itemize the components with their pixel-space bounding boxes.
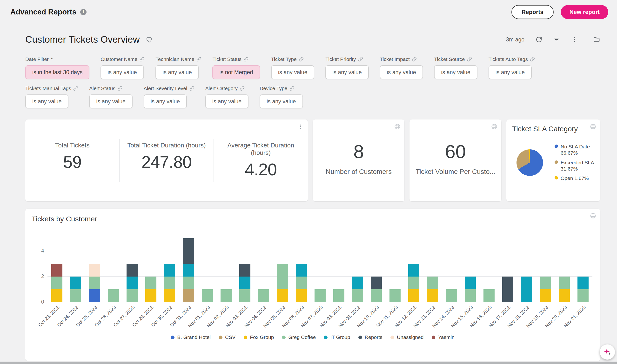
filter-chip-alert-status[interactable]: is any value: [89, 94, 132, 108]
bar-oct-23-2023[interactable]: [48, 233, 66, 302]
bar-nov-04-2023[interactable]: [254, 233, 273, 302]
bar-oct-31-2023[interactable]: [179, 233, 198, 302]
bar-segment-it-group[interactable]: [521, 276, 532, 302]
legend-item-b-grand-hotel[interactable]: B. Grand Hotel: [171, 334, 211, 340]
ai-copilot-button[interactable]: [600, 344, 615, 360]
bar-segment-it-group[interactable]: [70, 276, 81, 289]
bar-segment-greg-coffee[interactable]: [465, 289, 476, 302]
bar-oct-25-2023[interactable]: [85, 233, 104, 302]
bar-oct-27-2023[interactable]: [123, 233, 142, 302]
bar-nov-20-2023[interactable]: [555, 233, 574, 302]
legend-item-unassigned[interactable]: Unassigned: [391, 334, 423, 340]
bar-nov-15-2023[interactable]: [461, 233, 480, 302]
stacked-bar[interactable]: [408, 264, 419, 302]
sla-legend-item-open[interactable]: Open 1.67%: [555, 175, 595, 182]
bar-segment-it-group[interactable]: [465, 276, 476, 289]
bar-nov-16-2023[interactable]: [480, 233, 499, 302]
bar-segment-it-group[interactable]: [408, 264, 419, 276]
bar-oct-24-2023[interactable]: [66, 233, 85, 302]
sla-legend-item-no-sla-date[interactable]: No SLA Date 66.67%: [555, 143, 595, 156]
stacked-bar[interactable]: [465, 276, 476, 302]
bar-segment-it-group[interactable]: [183, 264, 194, 276]
bar-oct-26-2023[interactable]: [104, 233, 123, 302]
legend-item-fox-group[interactable]: Fox Group: [244, 334, 274, 340]
kebab-menu-icon[interactable]: [298, 124, 303, 130]
bar-segment-greg-coffee[interactable]: [559, 276, 570, 289]
bar-segment-greg-coffee[interactable]: [164, 276, 175, 289]
bar-segment-greg-coffee[interactable]: [108, 289, 119, 302]
bar-segment-greg-coffee[interactable]: [258, 289, 269, 302]
sla-legend-item-exceeded-sla[interactable]: Exceeded SLA 31.67%: [555, 159, 595, 172]
stacked-bar[interactable]: [333, 289, 344, 302]
stacked-bar[interactable]: [164, 264, 175, 302]
bar-segment-greg-coffee[interactable]: [333, 289, 344, 302]
stacked-bar[interactable]: [352, 276, 363, 302]
bar-segment-greg-coffee[interactable]: [202, 289, 213, 302]
bar-segment-greg-coffee[interactable]: [70, 289, 81, 302]
bar-segment-greg-coffee[interactable]: [390, 289, 401, 302]
globe-icon[interactable]: [394, 123, 401, 130]
filter-chip-alert-severity-level[interactable]: is any value: [144, 94, 187, 108]
bar-nov-14-2023[interactable]: [442, 233, 461, 302]
bar-nov-07-2023[interactable]: [311, 233, 329, 302]
info-icon[interactable]: i: [80, 9, 87, 15]
stacked-bar[interactable]: [540, 276, 551, 302]
legend-item-greg-coffee[interactable]: Greg Coffee: [282, 334, 316, 340]
stacked-bar[interactable]: [484, 289, 495, 302]
stacked-bar[interactable]: [315, 289, 326, 302]
stacked-bar[interactable]: [277, 264, 288, 302]
bar-segment-fox-group[interactable]: [164, 289, 175, 302]
bar-segment-it-group[interactable]: [239, 276, 250, 289]
stacked-bar[interactable]: [89, 264, 100, 302]
refresh-icon[interactable]: [536, 36, 542, 43]
stacked-bar[interactable]: [521, 276, 532, 302]
bar-nov-02-2023[interactable]: [217, 233, 236, 302]
bar-segment-fox-group[interactable]: [540, 289, 551, 302]
bar-nov-08-2023[interactable]: [329, 233, 348, 302]
stacked-bar[interactable]: [202, 289, 213, 302]
link-icon[interactable]: [412, 57, 417, 62]
stacked-bar[interactable]: [127, 264, 138, 302]
bar-nov-01-2023[interactable]: [198, 233, 217, 302]
filter-chip-ticket-status[interactable]: is not Merged: [212, 65, 260, 79]
filter-chip-date-filter[interactable]: is in the last 30 days: [25, 65, 89, 79]
stacked-bar[interactable]: [427, 276, 438, 302]
bar-segment-greg-coffee[interactable]: [578, 289, 589, 302]
bar-segment-greg-coffee[interactable]: [296, 276, 307, 289]
bar-segment-fox-group[interactable]: [145, 289, 157, 302]
link-icon[interactable]: [118, 86, 122, 91]
bar-segment-fox-group[interactable]: [277, 289, 288, 302]
bar-segment-it-group[interactable]: [296, 264, 307, 276]
reports-button[interactable]: Reports: [512, 5, 554, 19]
bar-segment-csv[interactable]: [183, 289, 194, 302]
stacked-bar[interactable]: [446, 289, 457, 302]
bar-segment-greg-coffee[interactable]: [540, 276, 551, 289]
bar-nov-12-2023[interactable]: [405, 233, 423, 302]
link-icon[interactable]: [289, 86, 294, 91]
stacked-bar[interactable]: [559, 276, 570, 302]
bar-segment-it-group[interactable]: [352, 276, 363, 289]
globe-icon[interactable]: [590, 123, 596, 130]
filter-icon[interactable]: [553, 36, 560, 43]
bar-segment-fox-group[interactable]: [51, 289, 62, 302]
bar-nov-19-2023[interactable]: [536, 233, 555, 302]
bar-segment-fox-group[interactable]: [427, 289, 438, 302]
stacked-bar[interactable]: [145, 276, 157, 302]
stacked-bar[interactable]: [51, 264, 62, 302]
filter-chip-device-type[interactable]: is any value: [260, 94, 303, 108]
bar-segment-greg-coffee[interactable]: [89, 276, 100, 289]
favorite-icon[interactable]: [145, 36, 153, 43]
bar-segment-greg-coffee[interactable]: [408, 276, 419, 289]
bar-nov-03-2023[interactable]: [236, 233, 254, 302]
bar-segment-greg-coffee[interactable]: [352, 289, 363, 302]
link-icon[interactable]: [467, 57, 472, 62]
folder-icon[interactable]: [593, 36, 600, 43]
bar-nov-17-2023[interactable]: [499, 233, 517, 302]
filter-chip-technician-name[interactable]: is any value: [156, 65, 199, 79]
bar-segment-fox-group[interactable]: [408, 289, 419, 302]
stacked-bar[interactable]: [221, 289, 232, 302]
link-icon[interactable]: [189, 86, 194, 91]
filter-chip-customer-name[interactable]: is any value: [101, 65, 144, 79]
link-icon[interactable]: [73, 86, 78, 91]
bar-segment-greg-coffee[interactable]: [446, 289, 457, 302]
